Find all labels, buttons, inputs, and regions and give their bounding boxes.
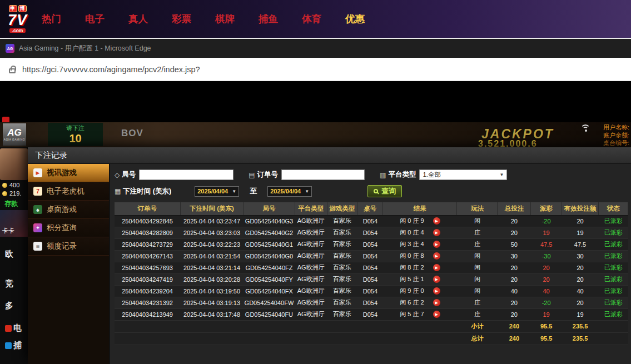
modal-main: ◇ 局号 ▤ 订单号 ▥ 平台类型 1.全部 ▼ ▦ [110,164,631,364]
game-side-tab[interactable]: 多 [0,301,28,311]
game-side-tab[interactable]: 捕 [0,340,28,351]
cell: 百家乐 [327,297,357,308]
cell [180,320,244,332]
result-text: 闲 0 庄 8 [400,252,424,260]
search-button[interactable]: 查询 [367,185,402,197]
cell: 已派彩 [599,297,628,308]
cell [357,332,383,345]
game-side-tab[interactable]: 电 [0,323,28,333]
tab-label: 欧 [5,249,13,260]
column-header: 玩法 [457,202,498,215]
cell: 小计 [457,320,498,332]
cell: D054 [357,262,383,273]
replay-button[interactable]: ▶ [433,264,440,271]
quota-record-icon: ≡ [33,242,42,251]
column-header: 结果 [383,202,457,215]
bet-record-row: 2504040342576932025-04-04 03:21:14GD0542… [115,262,628,273]
game-side-tab[interactable]: 欧 [0,249,28,260]
nav-item[interactable]: 电子 [85,12,105,26]
cell: 20 [498,262,531,273]
date-to-picker[interactable]: 2025/04/04 ▼ [267,186,312,197]
site-logo[interactable]: 申 博 7V .com [8,5,27,33]
cell: 百家乐 [327,215,357,227]
replay-button[interactable]: ▶ [433,299,440,306]
countdown-timer: 10 [69,132,81,144]
round-number-input[interactable] [139,169,233,180]
cell: 47.5 [562,238,598,250]
replay-button[interactable]: ▶ [433,252,440,260]
replay-button[interactable]: ▶ [433,276,440,283]
order-number-input[interactable] [281,169,365,180]
cell: 19 [562,227,598,238]
cell: 总计 [457,332,498,345]
cell: GD054254040FZ [244,262,295,273]
cell: 235.5 [562,332,598,345]
date-from-picker[interactable]: 2025/04/04 ▼ [195,186,239,197]
cell: 闲 [457,250,498,262]
cell [180,332,244,345]
nav-item[interactable]: 棋牌 [215,12,235,26]
cell: 庄 [457,308,498,320]
table-header-row: 订单号下注时间 (美东)局号平台类型游戏类型桌号结果玩法总投注派彩有效投注额状态 [115,202,628,215]
menu-item-label: 电子老虎机 [47,186,85,196]
cell: 庄 [457,297,498,308]
avatar[interactable] [0,148,28,180]
cell: AG欧洲厅 [295,308,327,320]
cell: 20 [562,297,598,308]
platform-type-label: 平台类型 [388,170,416,179]
menu-item[interactable]: ≡额度记录 [28,237,109,256]
menu-item[interactable]: ▶视讯游戏 [28,164,109,182]
game-side-tab[interactable]: 竞 [0,278,28,289]
bet-record-row: 2504040342313922025-04-04 03:19:13GD0542… [115,297,628,308]
account-balance-label: 账户余额: [603,131,629,139]
cell: 250404034231392 [115,297,180,308]
cell: AG欧洲厅 [295,238,327,250]
cell: 2025-04-04 03:23:47 [180,215,244,227]
cell [115,320,180,332]
address-bar[interactable]: https://gci.7vvvvvv.com/agingame/pcv2/in… [22,65,200,74]
user-name-label: 用户名称: [603,123,629,131]
cell: 闲 5 庄 7▶ [383,308,457,320]
replay-button[interactable]: ▶ [433,229,440,236]
cell: 百家乐 [327,250,357,262]
promo-banner-text: 卡卡 [2,227,14,235]
replay-button[interactable]: ▶ [433,311,440,318]
cell: 40 [562,285,598,297]
replay-button[interactable]: ▶ [433,287,440,295]
deposit-button[interactable]: 存款 [4,199,18,208]
to-label: 至 [250,186,257,196]
wifi-icon [580,124,592,133]
nav-item[interactable]: 体育 [302,12,321,26]
cell: 庄 [457,238,498,250]
cell [115,332,180,345]
menu-item[interactable]: 7电子老虎机 [28,182,109,201]
cell: 20 [498,227,531,238]
platform-type-select[interactable]: 1.全部 ▼ [419,169,507,180]
nav-item[interactable]: 彩票 [172,12,191,26]
replay-button[interactable]: ▶ [433,217,440,225]
electronic-games-icon [5,325,12,332]
game-left-strip: 400 219. 存款 卡卡 欧竞多电捕 [0,147,28,364]
nav-item[interactable]: 优惠 [345,12,365,26]
cell [295,332,327,345]
search-icon [374,189,378,193]
nav-item[interactable]: 真人 [128,12,148,26]
promo-banner[interactable]: 卡卡 [0,210,28,237]
nav-item[interactable]: 热门 [42,12,61,26]
cell: 闲 8 庄 2▶ [383,262,457,273]
replay-button[interactable]: ▶ [433,241,440,248]
cell: 已派彩 [599,238,628,250]
logo-badge-right: 博 [18,5,27,12]
platform-type-value: 1.全部 [423,171,441,179]
tab-label: 捕 [13,340,22,351]
cell [599,332,628,345]
bet-record-row: 2504040342928452025-04-04 03:23:47GD0542… [115,215,628,227]
nav-item[interactable]: 捕鱼 [259,12,278,26]
cell [244,320,295,332]
cell: D054 [357,297,383,308]
bov-label: BOV [121,128,143,139]
menu-item[interactable]: ✦积分查询 [28,219,109,237]
menu-item[interactable]: ♠桌面游戏 [28,201,109,219]
cell: GD054254040FW [244,297,295,308]
column-header: 游戏类型 [327,202,357,215]
